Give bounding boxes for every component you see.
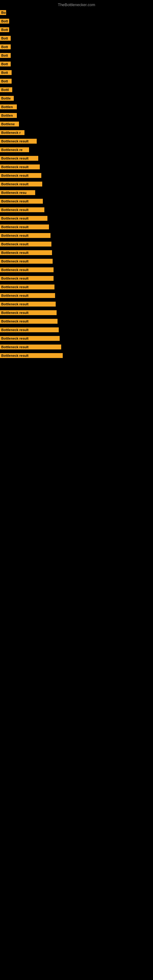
bar-row: Bottleneck result [0,291,153,300]
bar-label: Bottleneck result [0,293,55,298]
bar-label: Bottleneck result [0,224,49,229]
bar-label: Bottleneck resu [0,190,35,195]
bar-label: Bottleneck result [0,310,57,315]
bar-row: Bottleneck result [0,326,153,334]
bar-row: Bottleneck re [0,145,153,154]
bar-label: Bottleneck result [0,328,59,332]
bar-row: Bottleneck result [0,197,153,205]
bar-row: Bott [0,34,153,43]
bar-label: Bottleneck r [0,130,24,135]
bar-label: Bott [0,62,11,67]
bar-label: Bottleneck result [0,164,40,169]
bar-row: Bottleneck resu [0,188,153,197]
bar-row: Bott [0,68,153,77]
bar-label: Bottle [0,96,14,101]
bar-label: Bottleneck result [0,250,52,255]
bar-row: Bottlene [0,120,153,128]
bar-row: Bott [0,25,153,34]
bar-label: Bottleneck re [0,147,29,152]
bar-row: Bott [0,43,153,51]
bar-row: Bottleneck r [0,128,153,137]
bar-label: Bott [0,53,11,58]
bar-label: Bottleneck result [0,353,63,358]
bar-row: Bottleneck result [0,171,153,180]
bar-row: Bottleneck result [0,351,153,360]
bar-row: Bott [0,51,153,60]
bar-label: Bottleneck result [0,139,37,144]
bar-row: Bottleneck result [0,343,153,351]
bar-label: Bottleneck result [0,276,54,281]
bar-row: Bottleneck result [0,317,153,326]
bar-label: Bo [0,10,6,15]
bar-row: Bottleneck result [0,248,153,257]
site-title: TheBottlenecker.com [0,0,153,8]
bar-row: Bottleneck result [0,257,153,266]
bar-label: Bott [0,45,11,49]
bar-label: Bott [0,79,12,84]
bar-row: Bottlen [0,103,153,111]
bar-label: Bottleneck result [0,259,53,264]
bar-label: Bottl [0,87,12,92]
bar-row: Bottleneck result [0,231,153,240]
bar-row: Bott [0,77,153,86]
bar-row: Bottleneck result [0,266,153,274]
bar-label: Bottleneck result [0,319,57,324]
bar-label: Bottleneck result [0,181,42,186]
bar-row: Bottleneck result [0,205,153,214]
bar-label: Bottleneck result [0,336,60,341]
bar-row: Bottlen [0,111,153,120]
bar-row: Bott [0,60,153,68]
bar-label: Bottlen [0,113,17,118]
bar-label: Bottleneck result [0,173,41,178]
bar-row: Bottleneck result [0,214,153,223]
bar-row: Bottleneck result [0,300,153,309]
bar-row: Bottleneck result [0,180,153,188]
bar-row: Bottleneck result [0,223,153,231]
bar-label: Bottleneck result [0,199,43,204]
bars-container: BoBottBottBottBottBottBottBottBottBottlB… [0,8,153,360]
bar-label: Bottleneck result [0,285,54,290]
bar-row: Bottleneck result [0,162,153,171]
bar-label: Bott [0,27,9,32]
bar-label: Bott [0,36,11,41]
bar-row: Bott [0,17,153,25]
bar-row: Bo [0,8,153,17]
bar-row: Bottleneck result [0,274,153,283]
bar-label: Bottleneck result [0,267,54,272]
bar-label: Bottlen [0,105,17,109]
bar-label: Bottleneck result [0,216,48,221]
bar-row: Bottleneck result [0,334,153,343]
bar-row: Bottleneck result [0,309,153,317]
bar-row: Bottleneck result [0,240,153,248]
bar-label: Bott [0,70,12,75]
bar-row: Bottl [0,86,153,94]
bar-label: Bottleneck result [0,242,51,247]
bar-row: Bottle [0,94,153,103]
bar-label: Bott [0,19,9,24]
bar-label: Bottlene [0,122,19,126]
bar-row: Bottleneck result [0,283,153,291]
bar-label: Bottleneck result [0,233,51,238]
bar-label: Bottleneck result [0,207,45,212]
bar-row: Bottleneck result [0,154,153,162]
bar-label: Bottleneck result [0,345,61,350]
bar-row: Bottleneck result [0,137,153,145]
bar-label: Bottleneck result [0,302,56,307]
bar-label: Bottleneck result [0,156,38,161]
